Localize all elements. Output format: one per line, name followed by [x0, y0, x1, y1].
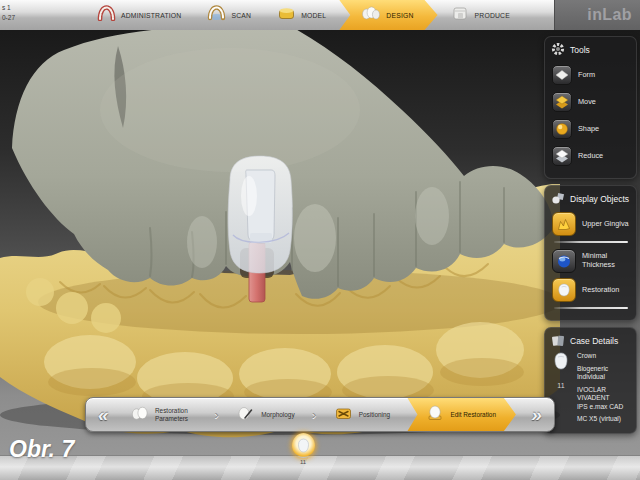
previous-steps-button[interactable]: « [94, 405, 113, 424]
tab-label: MODEL [301, 12, 326, 19]
case-details-title: Case Details [570, 336, 618, 346]
shape-tool-icon [552, 119, 572, 139]
positioning-icon [334, 405, 354, 425]
step-separator-icon: › [214, 407, 218, 422]
tooth-indicator[interactable]: 11 [287, 433, 319, 465]
tool-label: Move [578, 98, 596, 107]
model-block-icon [277, 5, 296, 25]
tools-panel: Tools Form Move Shape [544, 36, 637, 179]
tab-model[interactable]: MODEL [264, 0, 339, 30]
step-morphology[interactable]: Morphology [230, 398, 300, 431]
tool-form[interactable]: Form [552, 65, 630, 85]
upper-gingiva-icon [552, 212, 576, 236]
tooth-indicator-number: 11 [287, 459, 319, 465]
move-tool-icon [552, 92, 572, 112]
tab-scan[interactable]: SCAN [194, 0, 264, 30]
case-tooth-icon [553, 356, 569, 373]
phase-tabs: ADMINISTRATION SCAN MODEL DESIGN [84, 0, 523, 30]
right-sidebar: Tools Form Move Shape [544, 36, 637, 434]
display-objects-title: Display Objects [570, 194, 629, 204]
tools-title: Tools [570, 45, 590, 55]
step-separator-icon: › [312, 407, 316, 422]
restoration-slider[interactable] [554, 307, 628, 309]
step-positioning[interactable]: Positioning [328, 398, 396, 431]
display-restoration[interactable]: Restoration [552, 278, 630, 302]
display-objects-icon [551, 191, 565, 207]
scan-arch-icon [207, 5, 226, 25]
display-label: Restoration [582, 286, 619, 295]
bottom-bar [0, 455, 640, 480]
produce-block-icon [451, 5, 470, 25]
case-info-line1: s 1 [2, 3, 15, 13]
step-label: Positioning [359, 411, 390, 418]
tool-label: Shape [578, 125, 599, 134]
minimal-thickness-icon [552, 249, 576, 273]
tool-label: Form [578, 71, 595, 80]
case-line-material: IPS e.max CAD [577, 403, 630, 412]
tab-label: ADMINISTRATION [121, 12, 181, 19]
tooth-indicator-icon [297, 438, 310, 453]
tab-administration[interactable]: ADMINISTRATION [84, 0, 194, 30]
case-tooth-number: 11 [551, 382, 571, 389]
case-info: s 1 0-27 [2, 3, 15, 24]
tab-design[interactable]: DESIGN [339, 0, 437, 30]
case-line-machine: MC X5 (virtual) [577, 415, 630, 424]
case-details-panel: Case Details 11 Crown Biogeneric Individ… [544, 327, 637, 434]
step-bar: « Restoration Parameters › Morphology › … [85, 397, 555, 432]
case-line-type: Crown [577, 352, 630, 361]
upper-gingiva-slider[interactable] [554, 241, 628, 243]
form-tool-icon [552, 65, 572, 85]
step-label: Edit Restoration [450, 411, 495, 418]
case-details-header: Case Details [551, 333, 630, 349]
inlab-logo: inLab [587, 6, 632, 24]
step-label: Restoration Parameters [155, 407, 197, 422]
design-teeth-icon [361, 5, 381, 25]
gear-icon [551, 42, 565, 58]
inlab-window: s 1 0-27 ADMINISTRATION SCAN MODEL [0, 0, 640, 480]
restoration-parameters-icon [130, 405, 150, 425]
tool-reduce[interactable]: Reduce [552, 146, 630, 166]
case-info-line2: 0-27 [2, 13, 15, 23]
morphology-icon [236, 405, 256, 425]
step-label: Morphology [261, 411, 294, 418]
tool-label: Reduce [578, 152, 603, 161]
case-details-icon [551, 333, 565, 349]
display-upper-gingiva[interactable]: Upper Gingiva [552, 212, 630, 236]
display-objects-panel: Display Objects Upper Gingiva Minimal Th… [544, 185, 637, 321]
tab-label: PRODUCE [475, 12, 510, 19]
menu-bar: s 1 0-27 ADMINISTRATION SCAN MODEL [0, 0, 640, 30]
next-steps-button[interactable]: » [527, 405, 546, 424]
tooth-indicator-glow [292, 433, 315, 458]
case-lines: Crown Biogeneric Individual IVOCLAR VIVA… [577, 352, 630, 428]
display-label: Minimal Thickness [582, 252, 626, 270]
display-objects-header: Display Objects [551, 191, 630, 207]
case-line-design: Biogeneric Individual [577, 365, 630, 382]
tool-move[interactable]: Move [552, 92, 630, 112]
tab-label: DESIGN [386, 12, 413, 19]
tab-produce[interactable]: PRODUCE [438, 0, 523, 30]
inlab-logo-panel: inLab [554, 0, 640, 30]
tools-header: Tools [551, 42, 630, 58]
reduce-tool-icon [552, 146, 572, 166]
step-edit-restoration[interactable]: Edit Restoration [407, 398, 515, 431]
administration-arch-icon [97, 5, 116, 25]
case-line-manufacturer: IVOCLAR VIVADENT [577, 386, 630, 403]
edit-restoration-icon [425, 405, 445, 425]
tab-label: SCAN [231, 12, 251, 19]
step-restoration-parameters[interactable]: Restoration Parameters [124, 398, 203, 431]
display-label: Upper Gingiva [582, 220, 629, 229]
display-minimal-thickness[interactable]: Minimal Thickness [552, 249, 630, 273]
restoration-icon [552, 278, 576, 302]
figure-caption: Obr. 7 [9, 436, 74, 463]
tool-shape[interactable]: Shape [552, 119, 630, 139]
case-details-body: 11 Crown Biogeneric Individual IVOCLAR V… [551, 352, 630, 428]
